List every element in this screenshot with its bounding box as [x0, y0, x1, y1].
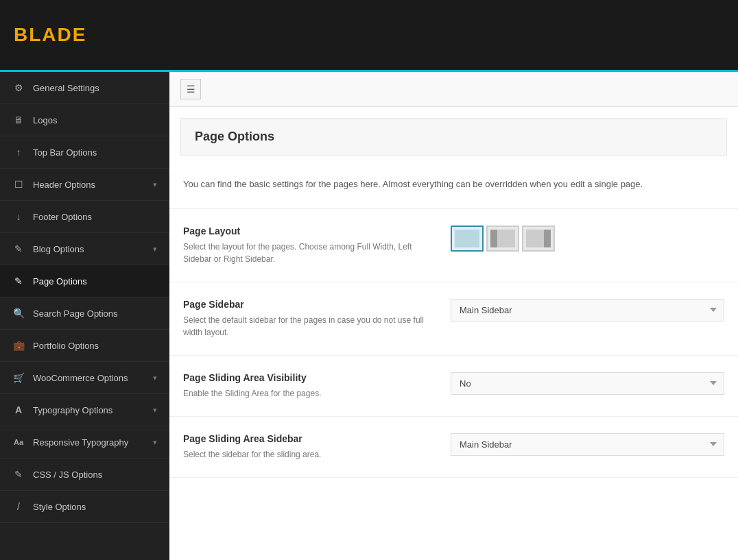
setting-label-col: Page Layout Select the layout for the pa…	[183, 226, 437, 265]
monitor-icon: 🖥	[12, 114, 25, 126]
chevron-down-icon: ▾	[153, 438, 157, 447]
sidebar-item-footer-options[interactable]: ↓ Footer Options	[0, 201, 169, 233]
sidebar-item-typography-options[interactable]: A Typography Options ▾	[0, 394, 169, 426]
chevron-down-icon: ▾	[153, 374, 157, 382]
setting-description: Select the layout for the pages. Choose …	[183, 241, 437, 265]
layout-full-preview	[455, 230, 479, 247]
setting-control-sliding-visibility: No Yes	[451, 372, 724, 395]
sliding-area-sidebar-select[interactable]: Main Sidebar Secondary Sidebar	[451, 433, 724, 456]
sidebar-item-portfolio-options[interactable]: 💼 Portfolio Options	[0, 330, 169, 362]
layout-right-preview	[526, 230, 551, 247]
sidebar-item-label: Footer Options	[33, 212, 92, 222]
upload-icon: ↑	[12, 146, 25, 158]
sidebar: ⚙ General Settings 🖥 Logos ↑ Top Bar Opt…	[0, 72, 169, 560]
setting-row-page-layout: Page Layout Select the layout for the pa…	[169, 209, 738, 282]
layout-left-sidebar-button[interactable]	[486, 226, 519, 252]
search-icon: 🔍	[12, 307, 25, 319]
setting-label-col: Page Sliding Area Visibility Enable the …	[183, 372, 437, 400]
sidebar-item-label: Search Page Options	[33, 308, 118, 319]
sidebar-item-css-js-options[interactable]: ✎ CSS / JS Options	[0, 459, 169, 491]
sidebar-item-woocommerce-options[interactable]: 🛒 WooCommerce Options ▾	[0, 362, 169, 394]
setting-description: Select the default sidebar for the pages…	[183, 314, 437, 339]
sidebar-item-label: Typography Options	[33, 405, 112, 415]
content-area: ☰ Page Options You can find the basic se…	[169, 72, 738, 560]
style-icon: /	[12, 500, 25, 513]
page-title-section: Page Options	[180, 118, 727, 156]
page-title: Page Options	[195, 130, 713, 144]
sidebar-item-search-page-options[interactable]: 🔍 Search Page Options	[0, 297, 169, 330]
logo: BLADE	[14, 24, 86, 46]
setting-control-sidebar: Main Sidebar Secondary Sidebar	[451, 299, 724, 321]
page-description: You can find the basic settings for the …	[169, 167, 738, 209]
setting-label: Page Layout	[183, 226, 437, 236]
sidebar-item-label: Style Options	[33, 502, 86, 512]
sidebar-item-label: Page Options	[33, 276, 87, 287]
sidebar-item-logos[interactable]: 🖥 Logos	[0, 104, 169, 136]
top-bar: BLADE	[0, 0, 738, 72]
gear-icon: ⚙	[12, 82, 25, 94]
sidebar-item-responsive-typography[interactable]: Aa Responsive Typography ▾	[0, 426, 169, 459]
typography-icon: A	[12, 404, 25, 416]
chevron-down-icon: ▾	[153, 406, 157, 415]
briefcase-icon: 💼	[12, 339, 25, 352]
menu-icon: ☰	[187, 84, 195, 95]
layout-full-width-button[interactable]	[451, 226, 484, 252]
setting-row-page-sidebar: Page Sidebar Select the default sidebar …	[169, 282, 738, 356]
setting-label-col: Page Sliding Area Sidebar Select the sid…	[183, 433, 437, 461]
download-icon: ↓	[12, 210, 25, 223]
sidebar-item-page-options[interactable]: ✎ Page Options	[0, 265, 169, 297]
sidebar-item-general-settings[interactable]: ⚙ General Settings	[0, 72, 169, 104]
edit-icon: ✎	[12, 243, 25, 255]
sidebar-item-label: CSS / JS Options	[33, 470, 102, 480]
sidebar-item-label: Logos	[33, 115, 57, 125]
page-sidebar-select[interactable]: Main Sidebar Secondary Sidebar	[451, 299, 724, 321]
code-icon: ✎	[12, 468, 25, 480]
cart-icon: 🛒	[12, 372, 25, 384]
layout-right-sidebar-button[interactable]	[522, 226, 555, 252]
sidebar-item-top-bar-options[interactable]: ↑ Top Bar Options	[0, 136, 169, 169]
layout-options	[451, 226, 555, 252]
sidebar-item-label: Portfolio Options	[33, 341, 99, 351]
sliding-area-visibility-select[interactable]: No Yes	[451, 372, 724, 395]
page-icon: ✎	[12, 275, 25, 287]
toolbar-menu-button[interactable]: ☰	[180, 79, 201, 99]
responsive-typography-icon: Aa	[12, 436, 25, 448]
sidebar-item-style-options[interactable]: / Style Options	[0, 491, 169, 523]
sidebar-item-label: Blog Options	[33, 244, 84, 254]
sidebar-item-label: Responsive Typography	[33, 437, 128, 448]
setting-label: Page Sliding Area Visibility	[183, 372, 437, 383]
layout-left-preview	[490, 230, 515, 247]
setting-control-layout	[451, 226, 724, 252]
chevron-down-icon: ▾	[153, 180, 157, 189]
setting-description: Select the sidebar for the sliding area.	[183, 448, 437, 461]
setting-label: Page Sidebar	[183, 299, 437, 310]
main-layout: ⚙ General Settings 🖥 Logos ↑ Top Bar Opt…	[0, 72, 738, 560]
setting-row-sliding-area-sidebar: Page Sliding Area Sidebar Select the sid…	[169, 417, 738, 478]
sidebar-item-label: WooCommerce Options	[33, 373, 128, 383]
content-toolbar: ☰	[169, 72, 738, 107]
sidebar-item-label: Top Bar Options	[33, 147, 97, 158]
setting-label: Page Sliding Area Sidebar	[183, 433, 437, 444]
setting-description: Enable the Sliding Area for the pages.	[183, 387, 437, 400]
sidebar-item-label: General Settings	[33, 83, 99, 93]
sidebar-item-header-options[interactable]: ☐ Header Options ▾	[0, 169, 169, 201]
header-icon: ☐	[12, 178, 25, 191]
chevron-down-icon: ▾	[153, 245, 157, 254]
setting-label-col: Page Sidebar Select the default sidebar …	[183, 299, 437, 339]
setting-row-sliding-area-visibility: Page Sliding Area Visibility Enable the …	[169, 356, 738, 417]
sidebar-item-blog-options[interactable]: ✎ Blog Options ▾	[0, 233, 169, 265]
sidebar-item-label: Header Options	[33, 180, 95, 190]
setting-control-sliding-sidebar: Main Sidebar Secondary Sidebar	[451, 433, 724, 456]
